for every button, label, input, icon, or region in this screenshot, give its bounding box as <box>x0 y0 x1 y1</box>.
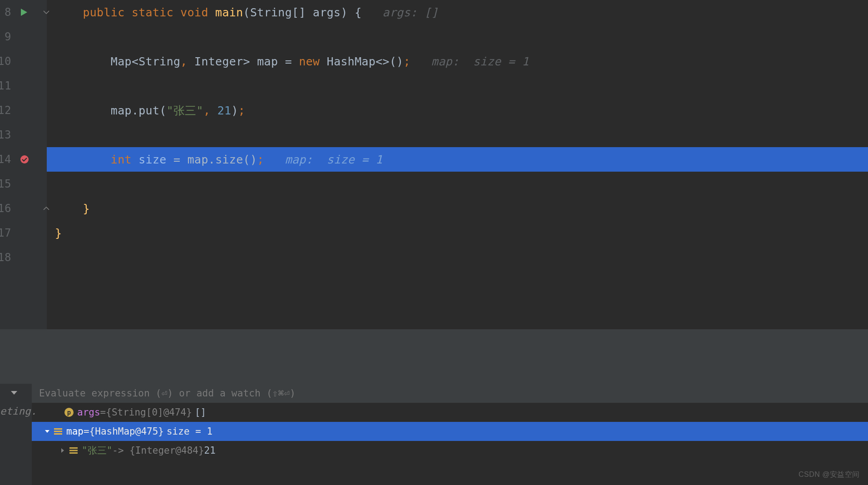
line-number: 10 <box>0 55 11 68</box>
variable-row[interactable]: ▸ p args = {String[0]@474} [] <box>32 403 868 422</box>
line-number: 15 <box>0 178 11 190</box>
code-line[interactable]: } <box>47 221 868 245</box>
brace: } <box>55 227 62 240</box>
string: "张三" <box>167 103 203 118</box>
keyword: void <box>180 6 208 19</box>
method-call: put <box>138 104 159 117</box>
code-line[interactable]: public static void main(String[] args) {… <box>47 0 868 25</box>
variable-extra: size = 1 <box>167 426 212 437</box>
settings-dropdown-icon[interactable] <box>10 390 18 396</box>
eval-placeholder: Evaluate expression (⏎) or add a watch (… <box>39 388 296 399</box>
run-icon[interactable] <box>20 8 28 16</box>
line-number: 14 <box>0 153 11 166</box>
variable-value: -> {Integer@484} <box>112 445 204 456</box>
identifier: map <box>111 104 132 117</box>
type: Integer <box>194 55 243 68</box>
brace: } <box>83 202 89 215</box>
type: Map <box>111 55 132 68</box>
gutter-row: 11 <box>0 74 47 98</box>
punct: ; <box>404 55 410 68</box>
op: = <box>285 55 292 68</box>
code-line[interactable]: map.put("张三", 21); <box>47 98 868 123</box>
punct: ) <box>340 6 347 19</box>
gutter-row: 10 <box>0 49 47 74</box>
brace: { <box>355 6 361 19</box>
type: HashMap <box>327 55 375 68</box>
op: = <box>173 153 180 166</box>
svg-rect-6 <box>69 452 78 454</box>
punct: () <box>243 153 257 166</box>
method-call: size <box>215 153 243 166</box>
punct: ) <box>231 104 238 117</box>
punct: < <box>132 55 138 68</box>
code-line[interactable] <box>47 25 868 49</box>
punct: > <box>243 55 250 68</box>
code-line[interactable] <box>47 123 868 147</box>
gutter-row: 16 <box>0 196 47 221</box>
variable-key: "张三" <box>82 444 112 457</box>
gutter-row: 12 <box>0 98 47 123</box>
code-line[interactable] <box>47 172 868 196</box>
svg-rect-5 <box>69 450 78 451</box>
variable-extra: [] <box>195 407 206 418</box>
svg-rect-1 <box>54 428 62 430</box>
inlay-hint: map: size = 1 <box>285 153 383 166</box>
expand-arrow-icon[interactable] <box>56 447 69 454</box>
punct: . <box>132 104 138 117</box>
type: String <box>138 55 180 68</box>
gutter-row: 15 <box>0 172 47 196</box>
debug-panel: eting. Evaluate expression (⏎) or add a … <box>0 384 868 485</box>
identifier: map <box>187 153 208 166</box>
punct: <> <box>375 55 390 68</box>
variable-row-selected[interactable]: map = {HashMap@475} size = 1 <box>32 422 868 441</box>
expand-arrow-icon[interactable] <box>41 428 54 435</box>
code-editor[interactable]: 8 9 10 11 12 13 14 15 16 17 18 <box>0 0 868 329</box>
punct: ( <box>243 6 250 19</box>
panel-separator <box>0 329 868 384</box>
line-number: 18 <box>0 251 11 264</box>
inlay-hint: map: size = 1 <box>431 55 529 68</box>
line-number: 12 <box>0 104 11 117</box>
punct: ; <box>238 104 245 117</box>
svg-rect-3 <box>54 433 62 435</box>
line-number: 13 <box>0 129 11 141</box>
type: String <box>250 6 292 19</box>
gutter-row: 8 <box>0 0 47 25</box>
code-area[interactable]: public static void main(String[] args) {… <box>47 0 868 329</box>
variable-name: args <box>77 407 100 418</box>
punct: , <box>203 104 210 117</box>
keyword: public <box>83 6 124 19</box>
punct: ; <box>257 153 264 166</box>
line-number: 17 <box>0 227 11 239</box>
line-number: 16 <box>0 202 11 215</box>
svg-point-0 <box>20 155 29 163</box>
gutter-row: 18 <box>0 245 47 270</box>
gutter-row: 9 <box>0 25 47 49</box>
breakpoint-checked-icon[interactable] <box>20 155 29 164</box>
code-line[interactable] <box>47 245 868 270</box>
punct: [] <box>292 6 306 19</box>
number: 21 <box>217 104 232 117</box>
execution-line[interactable]: int size = map.size(); map: size = 1 <box>47 147 868 172</box>
punct: () <box>390 55 404 68</box>
keyword: new <box>299 55 320 68</box>
method-name: main <box>215 6 243 19</box>
code-line[interactable]: } <box>47 196 868 221</box>
line-number: 8 <box>5 6 11 19</box>
list-icon <box>54 427 63 436</box>
evaluate-expression-input[interactable]: Evaluate expression (⏎) or add a watch (… <box>32 384 868 403</box>
svg-rect-2 <box>54 431 62 432</box>
variable-row[interactable]: "张三" -> {Integer@484} 21 <box>32 441 868 460</box>
variable-name: map <box>66 426 84 437</box>
code-line[interactable]: Map<String, Integer> map = new HashMap<>… <box>47 49 868 74</box>
watermark: CSDN @安益空间 <box>799 470 860 480</box>
variable-value: {HashMap@475} <box>89 426 164 437</box>
debug-variables-area: Evaluate expression (⏎) or add a watch (… <box>32 384 868 485</box>
variable-value: {String[0]@474} <box>106 407 192 418</box>
identifier: map <box>257 55 278 68</box>
debug-side-column: eting. <box>0 384 32 485</box>
punct: ( <box>159 104 166 117</box>
code-line[interactable] <box>47 74 868 98</box>
gutter-row: 14 <box>0 147 47 172</box>
line-number: 11 <box>0 79 11 92</box>
